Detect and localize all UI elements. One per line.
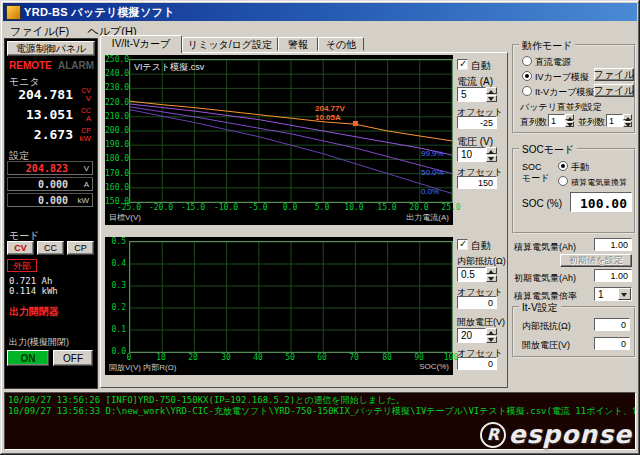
series-count-spinner[interactable]: 1 xyxy=(548,114,574,127)
spin-up-button[interactable] xyxy=(486,87,497,94)
external-indicator: 外部 xyxy=(7,259,37,272)
x-tick-label: 60 xyxy=(308,353,336,362)
menu-file[interactable]: ファイル(F) xyxy=(3,23,76,39)
itv-curve-radio[interactable] xyxy=(522,86,532,96)
battery-config-label: バッテリ直並列設定 xyxy=(520,101,602,114)
x-tick-label: 10 xyxy=(147,353,175,362)
itv-resistance-label: 内部抵抗(Ω) xyxy=(522,320,571,333)
current-value[interactable]: 5 xyxy=(457,87,486,102)
cp-mode-button[interactable]: CP xyxy=(67,241,94,255)
initial-ah-label: 初期電気量(Ah) xyxy=(514,272,576,285)
current-offset-input[interactable]: -25 xyxy=(457,116,497,129)
x-tick-label: 15.0 xyxy=(373,203,401,212)
ocv-offset-input[interactable]: 0 xyxy=(457,357,497,370)
soc-chart: 開放V(V) 内部R(Ω) SOC(%) 0.50.40.30.20.10.00… xyxy=(105,237,453,375)
dc-power-radio[interactable] xyxy=(522,56,532,66)
current-spinner[interactable]: 5 xyxy=(457,87,497,102)
set-initial-button[interactable]: 初期値を設定 xyxy=(560,254,632,267)
iv-file-button[interactable]: ファイル xyxy=(594,68,634,81)
itv-ocv-label: 開放電圧(V) xyxy=(522,339,570,352)
kwh-counter: 0.114 kWh xyxy=(9,286,58,296)
tab-strip: IV/It-Vカーブ リミッタ/ログ設定 警報 その他 xyxy=(100,35,510,53)
resistance-value[interactable]: 0.5 xyxy=(457,267,486,282)
output-off-button[interactable]: OFF xyxy=(53,350,93,366)
x-tick-label: 20.0 xyxy=(405,203,433,212)
y-tick-label: 250.0 xyxy=(105,55,126,64)
integral-soc-radio[interactable] xyxy=(558,176,568,186)
cp-flag: CP xyxy=(81,127,91,134)
soc-auto-checkbox[interactable] xyxy=(457,239,468,250)
spin-down-button[interactable] xyxy=(486,95,497,102)
spin-up-button[interactable] xyxy=(486,147,497,154)
response-watermark: Response xyxy=(480,420,632,449)
parallel-count-value[interactable]: 1 xyxy=(606,114,623,127)
spin-up-button[interactable] xyxy=(486,328,497,335)
cumulative-ah-input[interactable]: 1.00 xyxy=(594,238,632,251)
set-power-unit: kW xyxy=(77,196,89,205)
voltage-value[interactable]: 10 xyxy=(457,147,486,162)
x-tick-label: 20 xyxy=(179,353,207,362)
power-unit: kW xyxy=(79,134,91,143)
monitor-power-row: 2.673 CP kW xyxy=(7,127,95,145)
multiplier-dropdown[interactable]: 1 xyxy=(594,287,632,301)
soc-y-axis-label: 開放V(V) 内部R(Ω) xyxy=(109,362,176,373)
log-line: 10/09/27 13:56:33 D:\new_work\YRD-CIC-充放… xyxy=(8,406,632,417)
y-tick-label: 170.0 xyxy=(105,169,126,178)
x-tick-label: -20.0 xyxy=(147,203,175,212)
dropdown-arrow-icon[interactable] xyxy=(618,288,631,300)
voltage-spinner[interactable]: 10 xyxy=(457,147,497,162)
itv-resistance-input[interactable]: 0 xyxy=(594,318,630,331)
ah-counter: 0.721 Ah xyxy=(9,276,52,286)
tab-alarm[interactable]: 警報 xyxy=(278,37,318,51)
cv-mode-button[interactable]: CV xyxy=(7,241,34,255)
voltage-offset-input[interactable]: 150 xyxy=(457,176,497,189)
series-count-value[interactable]: 1 xyxy=(548,114,565,127)
itv-ocv-input[interactable]: 0 xyxy=(594,337,630,350)
set-current-value: 0.000 xyxy=(38,179,68,190)
vi-auto-checkbox[interactable] xyxy=(457,59,468,70)
iv-curve-radio[interactable] xyxy=(522,71,532,81)
ocv-value[interactable]: 20 xyxy=(457,328,486,343)
ocv-spinner[interactable]: 20 xyxy=(457,328,497,343)
parallel-count-spinner[interactable]: 1 xyxy=(606,114,632,127)
spin-up-button[interactable] xyxy=(486,267,497,274)
x-tick-label: 80 xyxy=(373,353,401,362)
spin-down-button[interactable] xyxy=(623,121,632,127)
resistance-offset-input[interactable]: 0 xyxy=(457,296,497,309)
initial-ah-input[interactable]: 1.00 xyxy=(594,269,632,282)
tab-other[interactable]: その他 xyxy=(318,37,364,51)
resistance-spinner[interactable]: 0.5 xyxy=(457,267,497,282)
watermark-text: esponse xyxy=(508,420,632,449)
soc-auto-label: 自動 xyxy=(471,239,491,253)
itv-file-button[interactable]: ファイル xyxy=(594,84,634,97)
spin-up-button[interactable] xyxy=(623,114,632,120)
app-window: YRD-BS バッテリ模擬ソフト ファイル(F) ヘルプ(H) 電源制御パネル … xyxy=(0,0,640,455)
spin-down-button[interactable] xyxy=(486,155,497,162)
spin-down-button[interactable] xyxy=(565,121,574,127)
series-end-label: 50.0% xyxy=(421,168,444,177)
soc-mode-group: SOCモード SOC モード 手動 積算電気量換算 SOC (%) 100.00 xyxy=(512,148,636,234)
dc-power-label: 直流電源 xyxy=(535,56,571,69)
tab-limiter-log[interactable]: リミッタ/ログ設定 xyxy=(182,37,278,51)
app-icon xyxy=(6,5,21,20)
cc-mode-button[interactable]: CC xyxy=(37,241,64,255)
spin-down-button[interactable] xyxy=(486,275,497,282)
output-on-button[interactable]: ON xyxy=(7,350,49,366)
voltage-unit: V xyxy=(86,94,91,103)
manual-soc-radio[interactable] xyxy=(558,161,568,171)
tab-iv-itv-curve[interactable]: IV/It-Vカーブ xyxy=(100,35,182,53)
soc-mode-title: SOCモード xyxy=(519,143,577,157)
set-current-box: 0.000 A xyxy=(7,177,93,191)
y-tick-label: 0.1 xyxy=(105,325,126,334)
spin-up-button[interactable] xyxy=(565,114,574,120)
multiplier-value: 1 xyxy=(598,289,604,300)
itv-settings-group: It-V設定 内部抵抗(Ω) 0 開放電圧(V) 0 xyxy=(512,306,636,358)
spin-down-button[interactable] xyxy=(486,336,497,343)
y-tick-label: 210.0 xyxy=(105,112,126,121)
x-tick-label: 70 xyxy=(340,353,368,362)
power-panel-button[interactable]: 電源制御パネル xyxy=(7,41,95,56)
x-tick-label: -5.0 xyxy=(244,203,272,212)
soc-percent-label: SOC (%) xyxy=(522,198,562,209)
cv-flag: CV xyxy=(81,87,91,94)
set-power-value: 0.000 xyxy=(38,195,68,206)
